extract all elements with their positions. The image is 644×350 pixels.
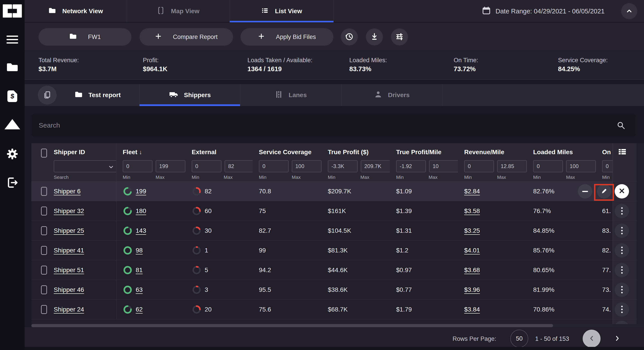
- table-row[interactable]: Shipper 251433082.7$104.5K$1.31$3.2584.8…: [31, 221, 644, 240]
- table-row[interactable]: Shipper 321806075$161K$1.39$3.5876.7%61.: [31, 201, 644, 221]
- column-settings-icon[interactable]: [618, 153, 627, 157]
- column-header-label[interactable]: Service Coverage: [259, 149, 322, 156]
- row-checkbox[interactable]: [41, 266, 47, 275]
- select-all-checkbox[interactable]: [41, 149, 47, 158]
- filter-min-input[interactable]: [396, 160, 426, 172]
- table-row[interactable]: Shipper 4663395.5$38.6K$0.77$3.9681.99%7…: [31, 280, 644, 300]
- table-row[interactable]: Shipper 24622075.6$68.7K$1.79$3.8470.86%…: [31, 300, 644, 319]
- shipper-link[interactable]: Shipper 41: [54, 247, 84, 254]
- revenue-per-mile-link[interactable]: $3.68: [464, 267, 480, 274]
- row-menu-button[interactable]: [615, 224, 629, 238]
- filter-min-input[interactable]: [123, 160, 152, 172]
- row-checkbox[interactable]: [41, 187, 47, 196]
- search-input[interactable]: [32, 114, 636, 136]
- filter-max-input[interactable]: [224, 160, 252, 172]
- fleet-value-link[interactable]: 62: [136, 306, 143, 313]
- column-header-label[interactable]: Revenue/Mile: [464, 149, 527, 156]
- row-menu-button[interactable]: [615, 243, 629, 258]
- revenue-per-mile-link[interactable]: $3.25: [464, 227, 480, 234]
- table-row[interactable]: Shipper 4198199$81.3K$1.2$4.0185.76%82.: [31, 240, 644, 260]
- fleet-value-link[interactable]: 81: [136, 267, 143, 274]
- next-page-button[interactable]: [608, 330, 626, 348]
- rows-per-page-select[interactable]: 50: [510, 330, 528, 348]
- row-checkbox[interactable]: [41, 226, 47, 235]
- filter-min-input[interactable]: [602, 160, 613, 172]
- filter-max-input[interactable]: [292, 160, 322, 172]
- filter-min-input[interactable]: [259, 160, 289, 172]
- row-menu-button[interactable]: [615, 302, 629, 317]
- column-header-label[interactable]: On Time: [602, 149, 613, 156]
- shipper-id-filter-select[interactable]: [54, 160, 116, 172]
- tab-test-report[interactable]: Test report: [56, 84, 140, 106]
- table-row[interactable]: Shipper 5181594.2$44.6K$0.97$3.6880.65%7…: [31, 260, 644, 280]
- fleet-value-link[interactable]: 199: [136, 188, 146, 195]
- shipper-link[interactable]: Shipper 24: [54, 306, 84, 313]
- close-row-actions-button[interactable]: [615, 184, 629, 199]
- row-checkbox[interactable]: [41, 207, 47, 216]
- folders-icon[interactable]: [6, 62, 18, 72]
- column-header-label[interactable]: Loaded Miles: [533, 149, 596, 156]
- report-folder-button[interactable]: FW1: [38, 28, 132, 46]
- filter-max-input[interactable]: [566, 160, 596, 172]
- column-header-label[interactable]: True Profit/Mile: [396, 149, 458, 156]
- row-menu-button[interactable]: [615, 263, 629, 277]
- remove-row-button[interactable]: [578, 184, 592, 199]
- filter-settings-button[interactable]: [391, 28, 408, 45]
- logout-icon[interactable]: [6, 176, 18, 189]
- revenue-per-mile-link[interactable]: $3.96: [464, 286, 480, 293]
- fleet-value-link[interactable]: 180: [136, 207, 146, 215]
- column-header-label[interactable]: Fleet ↓: [123, 149, 186, 156]
- revenue-per-mile-link[interactable]: $3.58: [464, 207, 480, 215]
- column-header-label[interactable]: Shipper ID: [54, 149, 116, 156]
- shipper-link[interactable]: Shipper 6: [54, 188, 80, 195]
- row-checkbox[interactable]: [41, 285, 47, 294]
- row-menu-button[interactable]: [615, 283, 629, 297]
- filter-max-input[interactable]: [429, 160, 458, 172]
- collapse-panel-button[interactable]: [621, 3, 637, 19]
- tab-lanes[interactable]: Lanes: [240, 84, 342, 106]
- invoice-icon[interactable]: $: [8, 90, 17, 102]
- filter-max-input[interactable]: [497, 160, 527, 172]
- horizontal-scrollbar-thumb[interactable]: [31, 324, 553, 327]
- table-row[interactable]: Shipper 61998270.8$209.7K$1.09$2.8482.76…: [31, 181, 644, 201]
- filter-max-input[interactable]: [361, 160, 390, 172]
- column-header-label[interactable]: External: [192, 149, 252, 156]
- column-header-label[interactable]: True Profit ($): [328, 149, 390, 156]
- row-menu-button[interactable]: [615, 321, 629, 324]
- shipper-link[interactable]: Shipper 32: [54, 207, 84, 215]
- history-button[interactable]: [341, 28, 358, 45]
- filter-min-input[interactable]: [192, 160, 222, 172]
- download-button[interactable]: [366, 28, 383, 45]
- tab-drivers[interactable]: Drivers: [342, 84, 442, 106]
- shipper-link[interactable]: Shipper 46: [54, 286, 84, 293]
- revenue-per-mile-link[interactable]: $3.84: [464, 306, 480, 313]
- fleet-value-link[interactable]: 98: [136, 247, 143, 254]
- tab-map-view[interactable]: Map View: [127, 0, 230, 22]
- revenue-per-mile-link[interactable]: $2.84: [464, 188, 480, 195]
- filter-max-input[interactable]: [156, 160, 186, 172]
- fleet-value-link[interactable]: 63: [136, 286, 143, 293]
- settings-icon[interactable]: [6, 148, 18, 160]
- filter-min-input[interactable]: [533, 160, 563, 172]
- menu-icon[interactable]: [6, 35, 18, 44]
- horizontal-scrollbar[interactable]: [31, 324, 613, 327]
- row-checkbox[interactable]: [41, 246, 47, 255]
- revenue-per-mile-link[interactable]: $4.01: [464, 247, 480, 254]
- filter-min-input[interactable]: [328, 160, 358, 172]
- shipper-link[interactable]: Shipper 51: [54, 267, 84, 274]
- filter-min-input[interactable]: [464, 160, 494, 172]
- tab-list-view[interactable]: List View: [230, 0, 334, 22]
- triangle-icon[interactable]: [4, 119, 20, 129]
- apply-bid-files-button[interactable]: Apply Bid Files: [240, 28, 334, 46]
- fleet-value-link[interactable]: 143: [136, 227, 146, 234]
- row-menu-button[interactable]: [615, 204, 629, 218]
- edit-row-button[interactable]: [597, 184, 611, 199]
- tab-network-view[interactable]: Network View: [25, 0, 127, 22]
- row-checkbox[interactable]: [41, 305, 47, 314]
- duplicate-report-button[interactable]: [38, 86, 57, 104]
- prev-page-button[interactable]: [583, 330, 600, 348]
- tab-shippers[interactable]: Shippers: [140, 84, 240, 106]
- shipper-link[interactable]: Shipper 25: [54, 227, 84, 234]
- date-range-button[interactable]: Date Range: 04/29/2021 - 06/05/2021: [482, 0, 604, 22]
- compare-report-button[interactable]: Compare Report: [140, 28, 233, 46]
